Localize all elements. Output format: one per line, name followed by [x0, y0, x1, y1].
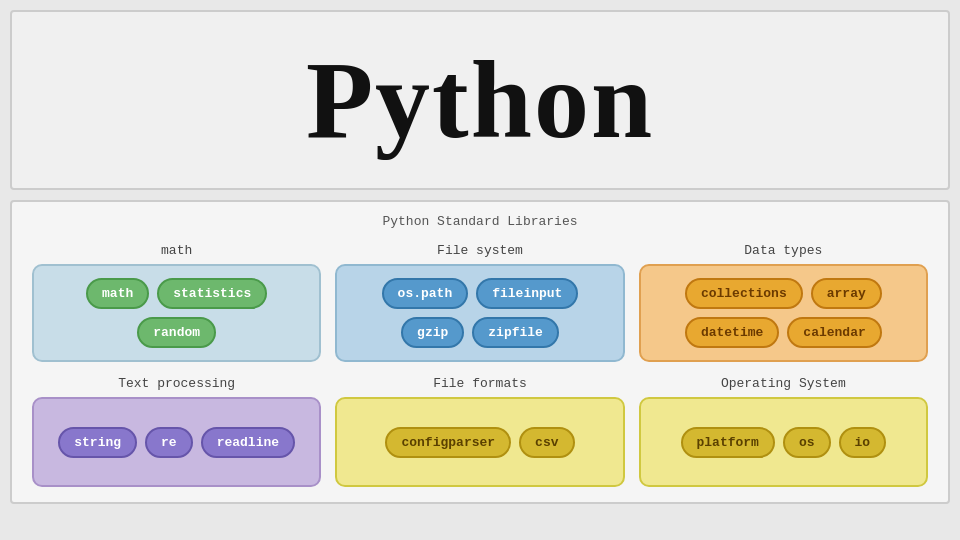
category-operatingsystem: Operating Systemplatformosio	[639, 376, 928, 487]
tag-re: re	[145, 427, 193, 458]
category-textprocessing: Text processingstringrereadline	[32, 376, 321, 487]
category-box-operatingsystem: platformosio	[639, 397, 928, 487]
tag-collections: collections	[685, 278, 803, 309]
tag-os-path: os.path	[382, 278, 469, 309]
tag-platform: platform	[681, 427, 775, 458]
tag-random: random	[137, 317, 216, 348]
panel-title: Python Standard Libraries	[32, 214, 928, 229]
tag-string: string	[58, 427, 137, 458]
category-label-operatingsystem: Operating System	[721, 376, 846, 391]
tag-io: io	[839, 427, 887, 458]
bottom-panel: Python Standard Libraries mathmathstatis…	[10, 200, 950, 504]
tag-fileinput: fileinput	[476, 278, 578, 309]
category-label-textprocessing: Text processing	[118, 376, 235, 391]
category-filesystem: File systemos.pathfileinputgzipzipfile	[335, 243, 624, 362]
tag-configparser: configparser	[385, 427, 511, 458]
tag-gzip: gzip	[401, 317, 464, 348]
top-panel: Python	[10, 10, 950, 190]
category-label-filesystem: File system	[437, 243, 523, 258]
tag-csv: csv	[519, 427, 574, 458]
tag-datetime: datetime	[685, 317, 779, 348]
category-label-datatypes: Data types	[744, 243, 822, 258]
category-box-math: mathstatisticsrandom	[32, 264, 321, 362]
tag-math: math	[86, 278, 149, 309]
tag-statistics: statistics	[157, 278, 267, 309]
category-math: mathmathstatisticsrandom	[32, 243, 321, 362]
category-box-filesystem: os.pathfileinputgzipzipfile	[335, 264, 624, 362]
category-box-datatypes: collectionsarraydatetimecalendar	[639, 264, 928, 362]
category-label-math: math	[161, 243, 192, 258]
category-label-fileformats: File formats	[433, 376, 527, 391]
tag-readline: readline	[201, 427, 295, 458]
tag-array: array	[811, 278, 882, 309]
categories-grid: mathmathstatisticsrandomFile systemos.pa…	[32, 243, 928, 487]
category-datatypes: Data typescollectionsarraydatetimecalend…	[639, 243, 928, 362]
tag-zipfile: zipfile	[472, 317, 559, 348]
category-box-textprocessing: stringrereadline	[32, 397, 321, 487]
tag-os: os	[783, 427, 831, 458]
category-fileformats: File formatsconfigparsercsv	[335, 376, 624, 487]
main-title: Python	[306, 37, 654, 164]
tag-calendar: calendar	[787, 317, 881, 348]
category-box-fileformats: configparsercsv	[335, 397, 624, 487]
